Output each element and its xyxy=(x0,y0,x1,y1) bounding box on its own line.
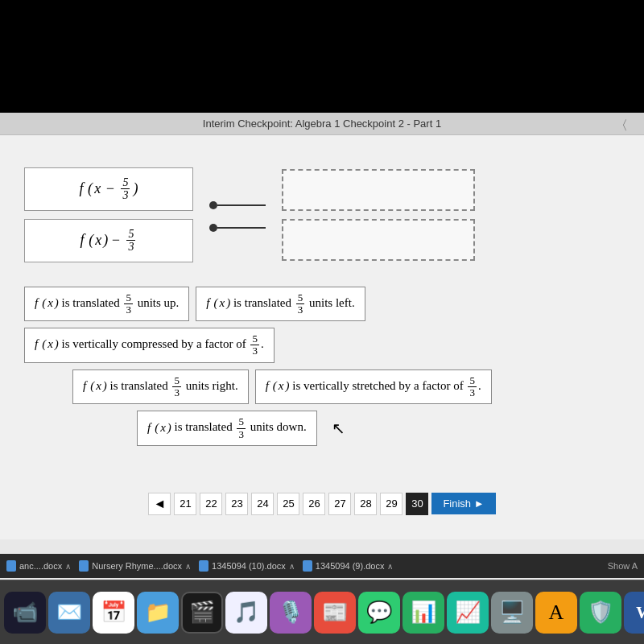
file-tabs-bar: anc....docx ∧ Nursery Rhyme....docx ∧ 13… xyxy=(0,554,644,578)
dock-facetime[interactable]: 📹 xyxy=(4,592,46,634)
choices-row-2: f (x) is translated 53 units right. f (x… xyxy=(24,369,620,405)
choices-row-3: f (x) is translated 53 units down. ↖ xyxy=(24,411,620,446)
dock-word[interactable]: W xyxy=(624,592,644,634)
file-tab-4-label: 1345094 (9).docx xyxy=(316,561,385,571)
match-item-1[interactable]: f (x − 53) xyxy=(24,167,193,211)
dock-podcast[interactable]: 🎙️ xyxy=(270,592,312,634)
choices-area: f (x) is translated 53 units up. f (x) i… xyxy=(24,279,620,460)
right-box-1[interactable] xyxy=(282,169,475,211)
file-tab-2-label: Nursery Rhyme....docx xyxy=(92,561,182,571)
doc-icon-2 xyxy=(79,560,89,572)
dock-fontbook[interactable]: A xyxy=(535,592,577,634)
right-box-2[interactable] xyxy=(282,219,475,261)
prev-button[interactable]: ◄ xyxy=(148,493,171,515)
page-btn-25[interactable]: 25 xyxy=(277,493,299,515)
page-btn-30[interactable]: 30 xyxy=(406,493,428,515)
page-btn-24[interactable]: 24 xyxy=(251,493,274,515)
file-tab-1-label: anc....docx xyxy=(19,561,62,571)
choice-btn-1[interactable]: f (x) is translated 53 units up. xyxy=(24,287,189,322)
chevron-4: ∧ xyxy=(387,562,393,571)
dock-news[interactable]: 📰 xyxy=(314,592,356,634)
dock-messages[interactable]: 💬 xyxy=(358,592,400,634)
line-2 xyxy=(217,227,266,229)
file-tab-1[interactable]: anc....docx ∧ xyxy=(6,560,71,572)
match-item-2[interactable]: f (x) − 53 xyxy=(24,219,193,262)
choice-btn-4[interactable]: f (x) is translated 53 units right. xyxy=(72,369,249,405)
dot-2 xyxy=(209,224,217,232)
dock-itunes[interactable]: 🎵 xyxy=(225,592,267,634)
dock-security[interactable]: 🛡️ xyxy=(580,592,621,634)
choice-btn-3[interactable]: f (x) is vertically compressed by a fact… xyxy=(24,328,275,363)
line-1 xyxy=(217,204,266,206)
page-btn-23[interactable]: 23 xyxy=(225,493,248,515)
dock-numbers[interactable]: 📊 xyxy=(402,592,444,634)
left-column: f (x − 53) f (x) − 53 xyxy=(24,167,193,262)
pagination-area: ◄ 21 22 23 24 25 26 27 28 29 30 Finish ► xyxy=(24,485,620,523)
page-btn-29[interactable]: 29 xyxy=(380,493,402,515)
formula-2: f (x) − 53 xyxy=(80,228,138,254)
right-column xyxy=(282,169,475,261)
doc-icon-3 xyxy=(199,560,208,572)
page-btn-27[interactable]: 27 xyxy=(328,493,351,515)
page-btn-21[interactable]: 21 xyxy=(174,493,196,515)
doc-icon-4 xyxy=(303,560,312,572)
file-tab-2[interactable]: Nursery Rhyme....docx ∧ xyxy=(79,560,191,572)
choices-row-1: f (x) is translated 53 units up. f (x) i… xyxy=(24,287,620,363)
page-btn-22[interactable]: 22 xyxy=(200,493,222,515)
file-tab-3[interactable]: 1345094 (10).docx ∧ xyxy=(199,560,295,572)
show-more-label[interactable]: Show A xyxy=(608,561,638,571)
formula-1: f (x − 53) xyxy=(80,176,138,202)
matching-exercise: f (x − 53) f (x) − 53 xyxy=(24,167,620,262)
header-bar: Interim Checkpoint: Algebra 1 Checkpoint… xyxy=(0,113,644,135)
choice-btn-2[interactable]: f (x) is translated 53 units left. xyxy=(196,287,365,322)
content-area: f (x − 53) f (x) − 53 xyxy=(0,135,644,539)
doc-icon-1 xyxy=(6,560,16,572)
choice-btn-6[interactable]: f (x) is translated 53 units down. xyxy=(137,411,317,446)
connector-area xyxy=(209,198,266,232)
dot-1 xyxy=(209,201,217,209)
file-tab-3-label: 1345094 (10).docx xyxy=(212,561,286,571)
connector-1 xyxy=(209,201,266,209)
file-tab-4[interactable]: 1345094 (9).docx ∧ xyxy=(303,560,394,572)
chevron-1: ∧ xyxy=(65,562,71,571)
choice-btn-5[interactable]: f (x) is vertically stretched by a facto… xyxy=(255,369,492,405)
page-btn-26[interactable]: 26 xyxy=(303,493,325,515)
page-title: Interim Checkpoint: Algebra 1 Checkpoint… xyxy=(203,118,441,130)
macos-dock: 📹 ✉️ 📅 📁 🎬 🎵 🎙️ 📰 💬 📊 📈 🖥️ A 🛡️ W xyxy=(0,580,644,644)
connector-2 xyxy=(209,224,266,232)
dock-quicktime[interactable]: 🎬 xyxy=(181,592,223,634)
dock-stocks[interactable]: 📈 xyxy=(447,592,489,634)
chevron-3: ∧ xyxy=(289,562,295,571)
close-icon[interactable]: 〈 xyxy=(615,118,628,134)
chevron-2: ∧ xyxy=(185,562,191,571)
dock-finder[interactable]: 📁 xyxy=(137,592,179,634)
page-btn-28[interactable]: 28 xyxy=(354,493,377,515)
dock-system[interactable]: 🖥️ xyxy=(491,592,533,634)
cursor-icon: ↖ xyxy=(332,419,345,438)
finish-button[interactable]: Finish ► xyxy=(431,493,495,514)
dock-mail[interactable]: ✉️ xyxy=(48,592,90,634)
dock-calendar[interactable]: 📅 xyxy=(93,592,134,634)
